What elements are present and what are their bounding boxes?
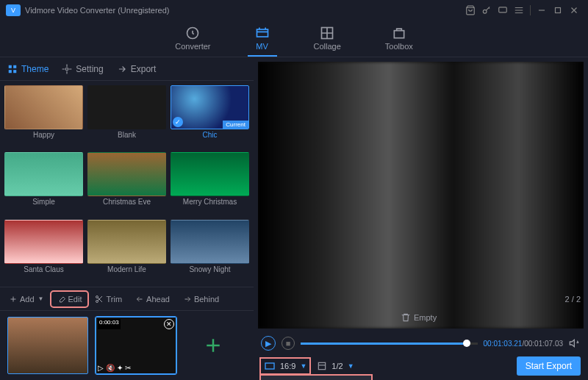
left-panel: Theme Setting Export HappyBlank✓CurrentC… xyxy=(0,57,254,380)
tab-theme-label: Theme xyxy=(21,64,49,74)
clip-timeline: 0:00:03 ✕ ▷ 🔇 ✦ ✂ xyxy=(0,310,254,380)
clip-counter: 2 / 2 xyxy=(565,295,581,304)
aspect-ratio-icon xyxy=(264,360,276,372)
video-preview xyxy=(258,62,584,329)
theme-item[interactable]: Simple xyxy=(4,152,83,215)
svg-rect-7 xyxy=(9,65,12,68)
key-icon[interactable] xyxy=(478,2,495,18)
theme-label: Santa Claus xyxy=(24,265,63,273)
check-icon: ✓ xyxy=(173,117,183,127)
svg-rect-8 xyxy=(13,65,16,68)
trim-button[interactable]: Trim xyxy=(89,292,128,306)
clip-mute-icon[interactable]: 🔇 xyxy=(106,364,115,372)
chevron-down-icon: ▼ xyxy=(348,362,354,370)
nav-converter-label: Converter xyxy=(175,42,210,51)
empty-button[interactable]: Empty xyxy=(401,312,437,323)
page-value: 1/2 xyxy=(331,362,343,370)
main-nav: Converter MV Collage Toolbox xyxy=(0,21,588,57)
tab-export-label: Export xyxy=(131,64,157,74)
svg-point-13 xyxy=(96,300,98,302)
theme-label: Christmas Eve xyxy=(103,198,151,206)
theme-item[interactable]: Christmas Eve xyxy=(87,152,166,215)
aspect-ratio-selector[interactable]: 16:9 ▼ xyxy=(261,359,309,373)
time-display: 00:01:03.21/00:01:07.03 xyxy=(484,340,563,348)
volume-icon[interactable] xyxy=(569,337,581,349)
theme-grid: HappyBlank✓CurrentChicSimpleChristmas Ev… xyxy=(0,81,254,287)
maximize-icon[interactable] xyxy=(550,2,566,18)
cart-icon[interactable] xyxy=(462,2,478,18)
svg-point-12 xyxy=(96,295,98,298)
svg-rect-15 xyxy=(319,362,326,369)
page-icon xyxy=(317,361,327,371)
theme-label: Modern Life xyxy=(107,265,146,273)
add-button[interactable]: Add▼ xyxy=(3,292,50,306)
svg-rect-14 xyxy=(265,363,274,369)
stop-button[interactable]: ■ xyxy=(282,337,295,350)
page-selector[interactable]: 1/2 ▼ xyxy=(317,361,354,371)
svg-rect-9 xyxy=(9,70,12,73)
theme-item[interactable]: Blank xyxy=(87,85,166,148)
tab-setting[interactable]: Setting xyxy=(62,64,103,74)
theme-label: Simple xyxy=(32,198,55,206)
app-logo-icon: V xyxy=(6,4,21,16)
clip-toolbar: Add▼ Edit Trim Ahead Behind xyxy=(0,287,254,310)
chat-icon[interactable] xyxy=(495,2,511,18)
clip-item[interactable] xyxy=(7,317,88,374)
clip-edit-icon[interactable]: ✦ xyxy=(117,364,123,372)
minimize-icon[interactable] xyxy=(534,2,550,18)
svg-rect-4 xyxy=(257,29,268,37)
theme-label: Happy xyxy=(33,131,54,139)
clip-item[interactable]: 0:00:03 ✕ ▷ 🔇 ✦ ✂ xyxy=(96,317,176,374)
chevron-down-icon: ▼ xyxy=(300,362,306,370)
theme-item[interactable]: Merry Christmas xyxy=(171,152,249,215)
clip-trim-icon[interactable]: ✂ xyxy=(125,364,131,372)
right-panel: ▶ ■ 00:01:03.21/00:01:07.03 16:9 ▼ 1/2 ▼… xyxy=(254,57,588,380)
theme-item[interactable]: Santa Claus xyxy=(4,220,83,282)
tab-theme[interactable]: Theme xyxy=(7,64,49,74)
nav-collage[interactable]: Collage xyxy=(306,21,348,57)
svg-point-0 xyxy=(483,10,487,13)
theme-label: Blank xyxy=(118,131,136,139)
nav-mv-label: MV xyxy=(256,42,268,51)
theme-item[interactable]: Happy xyxy=(4,85,83,148)
trash-icon xyxy=(401,312,411,323)
theme-item[interactable]: ✓CurrentChic xyxy=(171,85,249,148)
ahead-button[interactable]: Ahead xyxy=(129,292,176,306)
window-title: Vidmore Video Converter (Unregistered) xyxy=(25,6,462,15)
tab-export[interactable]: Export xyxy=(117,64,157,74)
progress-bar[interactable] xyxy=(301,343,478,345)
close-icon[interactable] xyxy=(566,2,582,18)
behind-button[interactable]: Behind xyxy=(177,292,225,306)
nav-toolbox-label: Toolbox xyxy=(385,42,413,51)
tab-setting-label: Setting xyxy=(76,64,103,74)
edit-button[interactable]: Edit xyxy=(51,292,88,306)
aspect-ratio-value: 16:9 xyxy=(280,362,295,370)
nav-mv[interactable]: MV xyxy=(248,21,277,57)
clip-remove-icon[interactable]: ✕ xyxy=(164,319,174,329)
svg-rect-6 xyxy=(394,30,404,37)
svg-point-11 xyxy=(66,68,69,71)
svg-rect-2 xyxy=(556,8,561,13)
theme-label: Snowy Night xyxy=(189,265,230,273)
svg-rect-10 xyxy=(13,70,16,73)
start-export-button[interactable]: Start Export xyxy=(517,356,581,376)
play-button[interactable]: ▶ xyxy=(261,336,276,351)
nav-collage-label: Collage xyxy=(314,42,341,51)
aspect-ratio-dropdown: 16:9 (Widescreen)1:1 (Instagram)9:16 (Po… xyxy=(261,376,371,380)
theme-label: Chic xyxy=(202,131,217,139)
nav-converter[interactable]: Converter xyxy=(168,21,218,57)
nav-toolbox[interactable]: Toolbox xyxy=(378,21,420,57)
theme-label: Merry Christmas xyxy=(183,198,237,206)
titlebar: V Vidmore Video Converter (Unregistered) xyxy=(0,0,588,21)
clip-duration: 0:00:03 xyxy=(98,319,121,329)
current-badge: Current xyxy=(223,121,248,129)
menu-icon[interactable] xyxy=(511,2,527,18)
add-clip-button[interactable] xyxy=(184,317,243,374)
clip-play-icon[interactable]: ▷ xyxy=(98,364,104,372)
theme-item[interactable]: Snowy Night xyxy=(171,220,249,282)
theme-item[interactable]: Modern Life xyxy=(87,220,166,282)
